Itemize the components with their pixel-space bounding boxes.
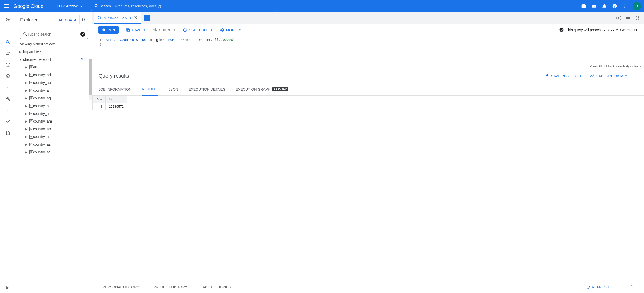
dataset-item[interactable]: ▶⊞country_af⋮ [17,87,91,94]
search-help-icon[interactable]: ? [80,32,85,37]
expand-icon[interactable]: ▶ [25,89,29,92]
more-actions-icon[interactable]: ⋮ [85,81,89,85]
more-actions-icon[interactable]: ⋮ [85,150,89,154]
expand-icon[interactable]: ▶ [25,97,29,100]
explorer-scrollbar[interactable] [89,59,92,100]
dataset-item[interactable]: ▶⊞country_ar⋮ [17,133,91,141]
bi-engine-icon[interactable] [3,116,13,127]
project-chrome-ux-report[interactable]: ▼ chrome-ux-report ⋮ [17,56,91,63]
explorer-search-field[interactable]: ? [20,30,88,39]
expand-icon[interactable]: ▶ [25,105,29,107]
tab-project-history[interactable]: PROJECT HISTORY [153,285,187,289]
expand-icon[interactable]: ▶ [25,66,29,69]
query-tab[interactable]: *Unsaved …ery ▼ ✕ [94,12,141,24]
share-button[interactable]: SHARE ▼ [153,28,176,32]
tab-results[interactable]: RESULTS [142,83,158,96]
more-vert-icon[interactable] [622,4,628,9]
more-actions-icon[interactable]: ⋮ [85,119,89,123]
collapse-explorer-icon[interactable] [79,15,88,24]
editor-footer-hint: Press Alt+F1 for Accessibility Options [92,64,644,69]
expand-icon[interactable]: ▶ [19,50,23,53]
dataset-item[interactable]: ▶⊞country_al⋮ [17,110,91,117]
dataset-item[interactable]: ▶⊞country_at⋮ [17,148,91,156]
more-actions-icon[interactable]: ⋮ [85,96,89,100]
save-button[interactable]: SAVE ▼ [126,28,145,32]
add-data-button[interactable]: + ADD DATA [55,17,76,23]
tab-dropdown-icon[interactable]: ▼ [129,16,132,19]
schedule-button[interactable]: SCHEDULE ▼ [183,28,213,32]
bigquery-logo-icon[interactable] [3,14,13,25]
more-actions-icon[interactable]: ⋮ [85,57,89,62]
new-tab-button[interactable]: + [144,15,150,21]
expand-icon[interactable]: ▶ [25,151,29,154]
expand-icon[interactable]: ▶ [25,128,29,131]
expand-icon[interactable]: ▶ [25,135,29,138]
code-content[interactable]: SELECT COUNT(DISTINCT origin) FROM `chro… [104,36,237,62]
transfers-icon[interactable] [3,48,13,59]
fullscreen-icon[interactable] [635,15,640,21]
more-actions-icon[interactable]: ⋮ [85,142,89,146]
more-actions-icon[interactable]: ⋮ [85,111,89,116]
expand-results-icon[interactable]: ⌃⌄ [636,74,638,78]
tab-saved-queries[interactable]: SAVED QUERIES [202,285,231,289]
close-tab-icon[interactable]: ✕ [134,15,138,21]
expand-icon[interactable]: ▶ [25,143,29,146]
expand-icon[interactable]: ▶ [25,120,29,123]
dataset-item[interactable]: ▶⊞country_ae⋮ [17,79,91,87]
dataset-icon: ⊞ [29,96,33,100]
search-box[interactable]: Search Products, resources, docs (/) ⌄ [91,2,276,11]
user-avatar[interactable]: B [633,2,641,10]
more-actions-icon[interactable]: ⋮ [85,135,89,139]
dataset-item[interactable]: ▶⊞country_ao⋮ [17,125,91,133]
cloud-shell-icon[interactable] [591,4,597,9]
scheduled-queries-icon[interactable] [3,60,13,70]
tab-json[interactable]: JSON [169,83,178,96]
dataset-item[interactable]: ▶⊞all⋮ [17,63,91,71]
resize-handle[interactable] [92,62,644,64]
sql-workspace-icon[interactable] [3,37,13,47]
tab-job-info[interactable]: JOB INFORMATION [98,83,131,96]
table-row[interactable]: 1 16230572 [93,103,127,110]
explorer-search-input[interactable] [28,32,80,36]
search-dropdown-icon[interactable]: ⌄ [270,4,273,8]
notes-icon[interactable] [3,128,13,138]
explore-data-button[interactable]: EXPLORE DATA ▼ [590,74,628,78]
dataset-item[interactable]: ▶⊞country_am⋮ [17,117,91,125]
more-actions-icon[interactable]: ⋮ [85,104,89,108]
dataset-item[interactable]: ▶⊞country_ag⋮ [17,94,91,102]
help-icon[interactable] [612,4,617,9]
tab-execution-details[interactable]: EXECUTION DETAILS [188,83,225,96]
pin-icon[interactable] [80,57,84,62]
run-button[interactable]: RUN [98,26,119,34]
gift-icon[interactable] [581,4,586,9]
save-results-button[interactable]: SAVE RESULTS ▼ [545,74,582,78]
dataset-item[interactable]: ▶⊞country_ad⋮ [17,71,91,79]
expand-icon[interactable]: ▶ [25,112,29,115]
keyboard-icon[interactable] [625,15,631,21]
expand-icon[interactable]: ▶ [25,81,29,84]
collapse-icon[interactable]: ▼ [19,58,23,61]
project-selector[interactable]: HTTP Archive ▼ [47,3,85,9]
tab-execution-graph[interactable]: EXECUTION GRAPH PREVIEW [236,83,288,96]
more-actions-icon[interactable]: ⋮ [85,88,89,92]
more-button[interactable]: MORE ▼ [220,28,241,32]
notifications-icon[interactable] [602,4,607,9]
expand-icon[interactable]: ▶ [25,74,29,76]
project-httparchive[interactable]: ▶ httparchive ⋮ [17,48,91,56]
dataset-item[interactable]: ▶⊞country_ai⋮ [17,102,91,110]
expand-history-icon[interactable]: ⌃ [630,284,634,290]
more-actions-icon[interactable]: ⋮ [85,50,89,54]
more-actions-icon[interactable]: ⋮ [85,65,89,69]
sql-editor[interactable]: 1 2 SELECT COUNT(DISTINCT origin) FROM `… [92,36,644,62]
hamburger-menu-icon[interactable] [3,3,9,9]
more-actions-icon[interactable]: ⋮ [85,73,89,77]
refresh-button[interactable]: REFRESH [586,285,609,289]
analytics-hub-icon[interactable] [3,71,13,81]
expand-rail-icon[interactable] [3,283,13,293]
more-actions-icon[interactable]: ⋮ [85,127,89,131]
dataset-item[interactable]: ▶⊞country_as⋮ [17,141,91,148]
google-cloud-logo[interactable]: Google Cloud [13,3,43,9]
info-icon[interactable] [616,15,621,21]
admin-icon[interactable] [3,94,13,104]
tab-personal-history[interactable]: PERSONAL HISTORY [103,285,139,289]
